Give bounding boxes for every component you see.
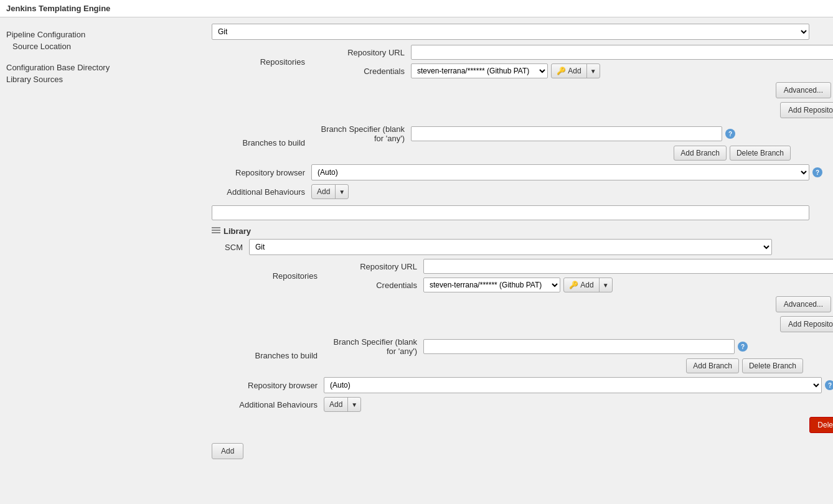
add-behaviours-label-lib: Additional Behaviours xyxy=(224,400,324,409)
add-branch-btn-1[interactable]: Add Branch xyxy=(674,146,727,161)
repositories-label-1: Repositories xyxy=(212,57,311,67)
key-icon-lib: 🔑 xyxy=(569,281,578,289)
add-btn-bottom[interactable]: Add xyxy=(212,443,243,459)
repo-url-label-1: Repository URL xyxy=(311,48,411,57)
branch-specifier-input-lib[interactable]: */master xyxy=(423,339,735,354)
branches-label-lib: Branches to build xyxy=(224,351,324,360)
advanced-btn-1[interactable]: Advanced... xyxy=(776,82,831,98)
repositories-label-lib: Repositories xyxy=(224,271,324,281)
repo-browser-label-1: Repository browser xyxy=(212,168,311,177)
credentials-label-1: Credentials xyxy=(311,67,411,76)
add-repository-btn-1[interactable]: Add Repository xyxy=(780,102,833,118)
branch-specifier-label-lib: Branch Specifier (blank for 'any') xyxy=(324,337,423,356)
delete-btn-lib[interactable]: Delete xyxy=(809,417,833,433)
branch-specifier-help-lib[interactable]: ? xyxy=(738,342,748,352)
repo-url-label-lib: Repository URL xyxy=(324,262,423,271)
add-branch-btn-lib[interactable]: Add Branch xyxy=(686,358,739,373)
left-library-sources: Library Sources xyxy=(6,73,205,85)
credentials-select-1[interactable]: steven-terrana/****** (Github PAT) xyxy=(411,63,548,78)
delete-branch-btn-1[interactable]: Delete Branch xyxy=(730,146,791,161)
left-config-base-dir: Configuration Base Directory xyxy=(6,62,205,73)
repo-url-input-lib[interactable]: https://github.com/steven-terrana/exampl… xyxy=(423,259,833,274)
repo-browser-label-lib: Repository browser xyxy=(224,381,324,390)
add-credentials-arrow-1[interactable]: ▼ xyxy=(587,64,600,78)
left-source-location: Source Location xyxy=(6,40,205,52)
credentials-label-lib: Credentials xyxy=(324,281,423,290)
add-repository-btn-lib[interactable]: Add Repository xyxy=(780,316,833,332)
left-pipeline-config: Pipeline Configuration xyxy=(6,29,205,40)
add-behaviour-arrow-lib[interactable]: ▼ xyxy=(348,398,360,411)
advanced-btn-lib[interactable]: Advanced... xyxy=(776,296,831,312)
config-base-input[interactable] xyxy=(212,205,809,220)
scm-select[interactable]: Git xyxy=(212,24,809,40)
repo-browser-select-1[interactable]: (Auto) xyxy=(311,164,809,180)
repo-browser-select-lib[interactable]: (Auto) xyxy=(324,377,822,393)
branch-specifier-help-1[interactable]: ? xyxy=(725,129,735,139)
add-behaviour-arrow-1[interactable]: ▼ xyxy=(336,185,348,198)
drag-handle-library xyxy=(212,227,220,236)
add-behaviour-btn-1[interactable]: Add ▼ xyxy=(311,184,349,199)
scm-select-lib[interactable]: Git xyxy=(249,239,772,255)
add-credentials-arrow-lib[interactable]: ▼ xyxy=(600,278,612,292)
repo-url-input-1[interactable]: https://github.com/steven-terrana/exampl… xyxy=(411,45,833,60)
library-section-title: Library xyxy=(224,226,251,236)
add-behaviour-btn-lib[interactable]: Add ▼ xyxy=(324,397,361,412)
delete-branch-btn-lib[interactable]: Delete Branch xyxy=(742,358,803,373)
branches-label-1: Branches to build xyxy=(212,138,311,147)
add-credentials-btn-lib[interactable]: 🔑 Add ▼ xyxy=(563,278,613,292)
add-behaviours-label-1: Additional Behaviours xyxy=(212,187,311,197)
repo-browser-help-lib[interactable]: ? xyxy=(825,380,833,390)
add-credentials-btn-1[interactable]: 🔑 Add ▼ xyxy=(551,63,600,78)
branch-specifier-input-1[interactable]: */master xyxy=(411,126,722,141)
credentials-select-lib[interactable]: steven-terrana/****** (Github PAT) xyxy=(423,278,560,292)
key-icon-1: 🔑 xyxy=(557,67,566,75)
repo-browser-help-1[interactable]: ? xyxy=(812,167,822,177)
branch-specifier-label-1: Branch Specifier (blank for 'any') xyxy=(311,124,411,143)
page-title: Jenkins Templating Engine xyxy=(0,0,833,17)
scm-label-lib: SCM xyxy=(224,243,249,252)
